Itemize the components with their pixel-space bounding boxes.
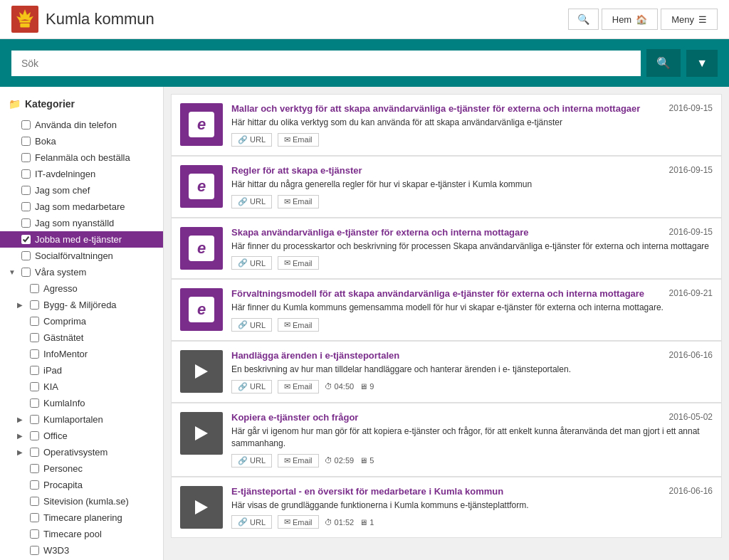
- sidebar-item-personec[interactable]: Personec: [0, 460, 163, 477]
- sidebar-item-jag-som-chef[interactable]: Jag som chef: [0, 182, 163, 199]
- sidebar-item-gastnatet[interactable]: Gästnätet: [0, 329, 163, 346]
- sidebar-item-jag-som-medarbetare[interactable]: Jag som medarbetare: [0, 199, 163, 215]
- card-body: E-tjänsteportal - en översikt för medarb…: [231, 486, 713, 529]
- card-email-button[interactable]: ✉ Email: [278, 133, 319, 147]
- sidebar-item-jag-som-nyanstald[interactable]: Jag som nyanställd: [0, 215, 163, 231]
- category-checkbox[interactable]: [30, 366, 39, 375]
- card-url-button[interactable]: 🔗 URL: [231, 318, 272, 332]
- card-email-button[interactable]: ✉ Email: [278, 380, 319, 393]
- card-email-button[interactable]: ✉ Email: [278, 195, 319, 208]
- category-checkbox[interactable]: [21, 218, 31, 228]
- card-email-button[interactable]: ✉ Email: [278, 515, 319, 529]
- card-description: Här går vi igenom hur man gör för att ko…: [231, 426, 713, 450]
- sidebar-item-label: iPad: [43, 365, 62, 376]
- category-checkbox[interactable]: [30, 382, 39, 391]
- category-checkbox[interactable]: [30, 529, 39, 539]
- sidebar-item-infomentor[interactable]: InfoMentor: [0, 346, 163, 362]
- card-title-row: Regler för att skapa e-tjänster 2016-09-…: [231, 165, 713, 176]
- sidebar-item-label: Kumlaportalen: [43, 414, 103, 425]
- sidebar-item-kumlainfo[interactable]: KumlaInfo: [0, 395, 163, 411]
- card-body: Skapa användarvänliga e-tjänster för ext…: [231, 227, 713, 270]
- card-description: Här finner du Kumla kommuns gemensamma m…: [231, 302, 713, 314]
- sidebar-item-anvanda-din-telefon[interactable]: Använda din telefon: [0, 117, 163, 133]
- home-button[interactable]: Hem 🏠: [602, 9, 658, 30]
- sidebar-item-kia[interactable]: KIA: [0, 379, 163, 395]
- category-checkbox[interactable]: [30, 448, 39, 457]
- category-checkbox[interactable]: [30, 317, 39, 326]
- search-submit-button[interactable]: 🔍: [646, 49, 681, 77]
- result-card: e Förvaltningsmodell för att skapa använ…: [171, 279, 722, 341]
- category-checkbox[interactable]: [30, 546, 39, 555]
- category-checkbox[interactable]: [30, 431, 39, 440]
- sidebar-item-comprima[interactable]: Comprima: [0, 313, 163, 329]
- category-checkbox[interactable]: [21, 120, 31, 130]
- category-checkbox[interactable]: [30, 464, 39, 473]
- sidebar-item-procapita[interactable]: Procapita: [0, 477, 163, 493]
- category-checkbox[interactable]: [21, 268, 31, 277]
- search-icon: 🔍: [656, 57, 671, 69]
- card-date: 2016-09-15: [669, 227, 713, 237]
- category-checkbox[interactable]: [21, 251, 31, 260]
- sidebar-item-label: Jag som nyanställd: [35, 218, 114, 228]
- card-url-button[interactable]: 🔗 URL: [231, 256, 272, 270]
- category-checkbox[interactable]: [30, 300, 39, 310]
- category-checkbox[interactable]: [21, 202, 31, 211]
- email-icon: ✉: [284, 382, 290, 391]
- email-icon: ✉: [284, 320, 290, 329]
- category-checkbox[interactable]: [21, 137, 31, 146]
- sidebar-item-boka[interactable]: Boka: [0, 133, 163, 149]
- sidebar-item-it-avdelningen[interactable]: IT-avdelningen: [0, 166, 163, 182]
- card-url-button[interactable]: 🔗 URL: [231, 515, 272, 529]
- sidebar-item-socialforvaltningen[interactable]: Socialförvaltningen: [0, 248, 163, 264]
- category-checkbox[interactable]: [30, 480, 39, 490]
- card-email-button[interactable]: ✉ Email: [278, 256, 319, 270]
- sidebar-item-bygg-miljoreda[interactable]: ▶Bygg- & Miljöreda: [0, 297, 163, 313]
- sidebar-item-timecare-planering[interactable]: Timecare planering: [0, 509, 163, 526]
- card-email-button[interactable]: ✉ Email: [278, 318, 319, 332]
- sidebar-item-felanmala[interactable]: Felanmäla och beställa: [0, 149, 163, 166]
- card-url-button[interactable]: 🔗 URL: [231, 380, 272, 393]
- sidebar-item-agresso[interactable]: Agresso: [0, 280, 163, 297]
- category-checkbox[interactable]: [21, 169, 31, 179]
- card-actions: 🔗 URL✉ Email: [231, 133, 713, 147]
- card-duration: ⏱ 01:52: [325, 518, 355, 527]
- category-checkbox[interactable]: [30, 398, 39, 408]
- category-checkbox[interactable]: [30, 333, 39, 342]
- card-title-row: Förvaltningsmodell för att skapa använda…: [231, 288, 713, 299]
- category-checkbox[interactable]: [30, 513, 39, 522]
- menu-button[interactable]: Meny ☰: [661, 9, 718, 30]
- sidebar-item-vara-system[interactable]: ▼Våra system: [0, 264, 163, 280]
- header: Kumla kommun 🔍 Hem 🏠 Meny ☰: [0, 0, 729, 39]
- header-search-button[interactable]: 🔍: [568, 9, 599, 30]
- category-checkbox[interactable]: [30, 415, 39, 424]
- expand-icon: ▶: [17, 448, 26, 456]
- sidebar-item-timecare-pool[interactable]: Timecare pool: [0, 526, 163, 542]
- sidebar-item-sitevision[interactable]: Sitevision (kumla.se): [0, 493, 163, 509]
- card-title: Skapa användarvänliga e-tjänster för ext…: [231, 227, 664, 238]
- main-layout: 📁 Kategorier Använda din telefonBokaFela…: [0, 87, 729, 560]
- category-checkbox[interactable]: [21, 186, 31, 195]
- sidebar-item-office[interactable]: ▶Office: [0, 428, 163, 444]
- card-date: 2016-09-15: [669, 103, 713, 113]
- category-checkbox[interactable]: [30, 284, 39, 293]
- sidebar-item-ipad[interactable]: iPad: [0, 362, 163, 379]
- sidebar-header: 📁 Kategorier: [0, 94, 163, 117]
- category-checkbox[interactable]: [30, 497, 39, 506]
- sidebar-item-label: Jag som medarbetare: [35, 201, 125, 212]
- category-checkbox[interactable]: [30, 349, 39, 359]
- card-url-button[interactable]: 🔗 URL: [231, 454, 272, 467]
- category-checkbox[interactable]: [21, 153, 31, 162]
- sidebar-item-w3d3[interactable]: W3D3: [0, 542, 163, 559]
- search-input[interactable]: [11, 51, 641, 76]
- filter-button[interactable]: ▼: [686, 50, 718, 77]
- card-email-button[interactable]: ✉ Email: [278, 454, 319, 467]
- sidebar-item-operativsystem[interactable]: ▶Operativsystem: [0, 444, 163, 460]
- card-thumbnail: [180, 486, 223, 529]
- card-url-button[interactable]: 🔗 URL: [231, 133, 272, 147]
- card-thumbnail: [180, 412, 223, 455]
- card-url-button[interactable]: 🔗 URL: [231, 195, 272, 208]
- sidebar-item-kumlaportalen[interactable]: ▶Kumlaportalen: [0, 411, 163, 428]
- sidebar: 📁 Kategorier Använda din telefonBokaFela…: [0, 87, 164, 560]
- sidebar-item-jobba-med-e-tjanster[interactable]: Jobba med e-tjänster: [0, 231, 163, 248]
- category-checkbox[interactable]: [21, 235, 31, 244]
